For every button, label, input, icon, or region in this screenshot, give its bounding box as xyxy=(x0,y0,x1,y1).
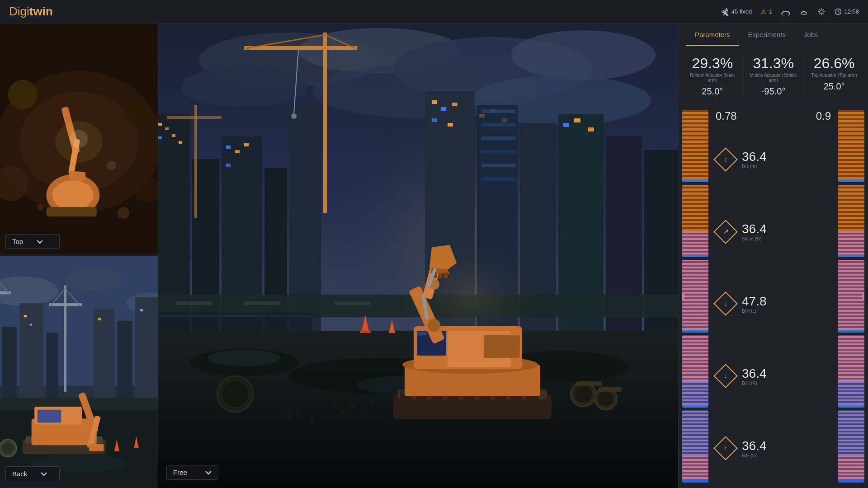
svg-rect-116 xyxy=(481,123,515,127)
wifi-icon-2 xyxy=(799,8,808,15)
svg-rect-49 xyxy=(98,318,101,320)
gauge-value-dh-r: 36.4 xyxy=(742,366,767,381)
gauge-value-d-pm: 36.4 xyxy=(742,150,767,164)
svg-rect-127 xyxy=(194,105,197,218)
back-view-background xyxy=(0,256,158,487)
actuator-bottom: 29.3% Bottom Actuator (Main arm) 25.0° xyxy=(686,55,739,97)
gauge-icon-d-pm: ↕ xyxy=(724,155,727,164)
svg-line-13 xyxy=(838,12,840,13)
svg-point-35 xyxy=(64,267,123,291)
center-panel: Free xyxy=(158,23,678,488)
svg-rect-42 xyxy=(118,321,132,398)
wifi-status-2 xyxy=(799,8,808,15)
svg-point-183 xyxy=(360,408,363,411)
svg-point-25 xyxy=(52,180,94,210)
actuator-middle: 31.3% Middle Actuator (Middle arm) -95.0… xyxy=(747,55,800,97)
svg-rect-176 xyxy=(576,381,602,386)
svg-rect-55 xyxy=(64,286,66,392)
svg-rect-122 xyxy=(244,46,357,50)
svg-point-17 xyxy=(8,80,38,109)
svg-rect-117 xyxy=(481,136,515,140)
svg-line-7 xyxy=(819,9,820,9)
logo-suffix: twin xyxy=(29,5,53,18)
sun-status xyxy=(817,8,826,16)
svg-rect-104 xyxy=(441,107,446,111)
actuator-stats: 29.3% Bottom Actuator (Main arm) 25.0° 3… xyxy=(679,46,868,104)
svg-rect-105 xyxy=(452,103,458,106)
left-bar-5 xyxy=(682,410,708,483)
left-bar-4 xyxy=(682,335,708,408)
tab-experiments[interactable]: Experiments xyxy=(739,23,795,46)
svg-point-188 xyxy=(380,227,561,362)
svg-rect-118 xyxy=(481,150,515,154)
svg-rect-50 xyxy=(140,309,143,311)
gauge-icon-dh-l: ↓ xyxy=(724,300,727,308)
back-view-card: Back xyxy=(0,256,158,488)
actuator-top-pct: 26.6% xyxy=(807,55,861,72)
svg-line-10 xyxy=(819,14,820,14)
wifi-status-1 xyxy=(781,8,790,15)
gauge-row-dh-l: ↓ 47.8 D/H (L) xyxy=(714,292,833,315)
right-bar-2 xyxy=(838,185,864,257)
svg-rect-65 xyxy=(38,410,61,423)
tab-bar: Parameters Experiments Jobs xyxy=(679,23,868,46)
center-view-dropdown[interactable]: Free xyxy=(166,465,218,480)
gauge-rows: ↕ 36.4 D/± (m) ↗ xyxy=(714,125,833,483)
svg-rect-68 xyxy=(89,444,104,451)
svg-point-187 xyxy=(310,419,314,423)
logo-prefix: Digi xyxy=(9,5,29,18)
gauge-diamond-bh-l: ↑ xyxy=(714,436,737,460)
gauge-row-bh-l: ↑ 36.4 B/H (L) xyxy=(714,436,833,460)
svg-point-28 xyxy=(37,203,44,211)
actuator-bottom-angle: 25.0° xyxy=(686,86,739,97)
svg-point-175 xyxy=(598,391,613,406)
tab-parameters[interactable]: Parameters xyxy=(686,23,739,46)
top-view-dropdown[interactable]: Top xyxy=(5,234,60,249)
gauge-info-slope: 36.4 Slope (%) xyxy=(742,222,767,241)
svg-point-80 xyxy=(181,66,307,107)
svg-point-126 xyxy=(291,113,297,119)
tab-jobs[interactable]: Jobs xyxy=(795,23,827,46)
gauge-info-bh-l: 36.4 B/H (L) xyxy=(742,439,767,458)
right-bar-3 xyxy=(838,260,864,332)
svg-rect-39 xyxy=(19,303,43,398)
svg-point-79 xyxy=(511,30,656,80)
svg-rect-131 xyxy=(244,301,280,305)
clock-status: 12:58 xyxy=(835,8,859,15)
back-view-scene xyxy=(0,256,158,487)
right-bar-4 xyxy=(838,335,864,408)
warning-icon: ⚠ xyxy=(761,8,767,15)
wifi-icon-1 xyxy=(781,8,790,15)
actuator-top: 26.6% Top Actuator (Top arm) 25.0° xyxy=(807,55,861,97)
header-status-bar: 45 fixed ⚠ 1 xyxy=(721,8,859,16)
gauge-value-slope: 36.4 xyxy=(742,222,767,236)
gauge-row-slope: ↗ 36.4 Slope (%) xyxy=(714,220,833,244)
gauge-unit-dh-r: D/H (R) xyxy=(742,381,767,386)
right-bar-1 xyxy=(838,110,864,182)
gauge-value-dh-l: 47.8 xyxy=(742,294,767,309)
svg-rect-92 xyxy=(179,141,182,144)
back-view-dropdown[interactable]: Back xyxy=(5,466,60,481)
svg-rect-103 xyxy=(432,100,437,104)
svg-point-173 xyxy=(574,385,592,403)
main-content: Top xyxy=(0,23,868,488)
svg-rect-88 xyxy=(158,123,162,126)
fixed-status: 45 fixed xyxy=(721,8,752,16)
dropdown-arrow-back-icon xyxy=(41,472,47,476)
svg-rect-130 xyxy=(176,301,212,305)
svg-rect-93 xyxy=(226,145,231,149)
gauge-icon-slope: ↗ xyxy=(723,227,729,236)
svg-rect-111 xyxy=(563,123,569,127)
top-view-scene xyxy=(0,23,158,254)
side-value-right: 0.9 xyxy=(816,110,831,122)
gauge-icon-bh-l: ↑ xyxy=(724,444,727,452)
svg-rect-112 xyxy=(574,118,580,122)
svg-point-2 xyxy=(820,10,823,14)
gauge-info-d-pm: 36.4 D/± (m) xyxy=(742,150,767,169)
svg-point-180 xyxy=(332,405,337,410)
center-scene xyxy=(158,23,678,488)
center-view-label: Free xyxy=(173,469,187,476)
app-logo: Digitwin xyxy=(9,5,53,19)
top-view-background xyxy=(0,23,158,254)
svg-rect-48 xyxy=(30,324,32,326)
